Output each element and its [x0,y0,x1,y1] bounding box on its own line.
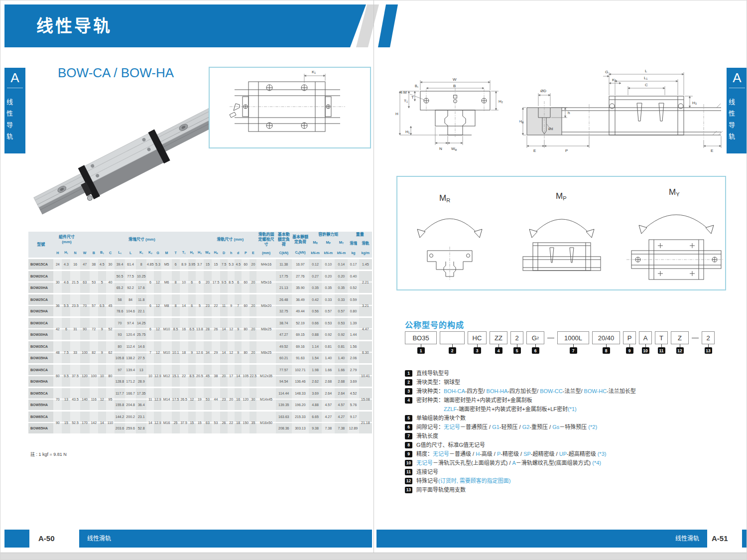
cell: 7 [235,294,242,317]
cell: 14.6 [136,341,146,353]
col-sub: H3 [196,248,204,259]
cell: 4.27 [335,411,348,423]
cell: 15 [196,411,204,434]
cell: 34 [204,341,212,364]
cell: 0.88 [309,329,322,341]
cell: 6 [146,294,154,317]
cell: 52.8 [136,422,146,434]
dim-4m: 4-M [400,90,407,95]
cell: 45 [106,294,115,317]
cell: 20 [249,259,256,271]
col-sub: K1 [136,248,146,259]
cell: 22 [180,364,188,388]
cell: 60 [53,364,62,388]
cell: 120.4 [125,329,136,341]
item-text: 滑块种类： [416,388,444,394]
item-text: -四方加长型/ [507,388,540,394]
cell: 12 [188,388,196,411]
item-number: 11 [405,469,412,475]
cell: 35.90 [292,282,309,294]
item-text: 直线导轨型号 [416,370,449,376]
item-number: 1 [405,370,412,377]
item-line: 密封种类：端面密封垫片+内装式密封+金属刮板 [416,397,532,404]
cell: 20 [249,294,256,317]
col-sub: WR [204,248,212,259]
col-sub: M [161,248,171,259]
col-sub: kN-m [309,248,322,259]
sidebar-tab-left: A 线性导轨 [4,68,25,153]
cell: M16 [161,411,171,434]
side-view-drawing: ØD h HR Ød E P G K₂ L [519,60,725,159]
cell: 16 [70,259,80,271]
cell: 4.88 [309,399,322,411]
code-unit: BO35 1 [405,331,437,354]
cell: 9 [235,317,242,341]
code-box: G2 [526,331,544,344]
cell: 22.1 [136,305,146,317]
cell: 52.5 [70,411,80,434]
col-sub: 滑塊 [348,238,359,248]
cell: 6 [188,294,196,317]
code-box: ZZ [490,331,507,344]
cell: 9 [228,294,235,317]
item-text: 特殊记号 [416,478,438,484]
cell: 2.79 [348,364,359,376]
list-item: 7滑轨长度 [405,433,738,440]
cell: 16.97 [292,259,309,271]
cell: 0.33 [335,294,348,306]
model-cell: BOW35HA [28,352,53,364]
cell: 12 [154,294,161,317]
cell: 102.71 [292,364,309,376]
cell: 6.30 [359,341,372,364]
cell: 5.5 [62,294,70,317]
cell: 3.69 [309,388,322,400]
list-item: 11连接记号 [405,469,738,476]
list-item: ZZLF-端面密封垫片+内装式密封+金属刮板+LF密封(*1) [405,406,738,413]
cell: 142 [90,411,98,434]
cell: 37.5 [70,364,80,388]
col-sub: W [80,248,90,259]
cell: 18 [180,341,188,364]
tab-vertical-label: 线性导轨 [4,92,14,151]
item-text: －特殊预压 [559,424,588,430]
cell: M12 [161,364,171,388]
cell: 38 [212,364,220,388]
col-sub: (mm) [256,248,275,259]
table-row: BOW20CA304.621.5635354050.577.510.25612M… [28,271,372,282]
cell: 45 [204,364,212,388]
cell: 140 [80,388,90,411]
col-sub: MR [309,238,322,248]
cell: 49.44 [292,305,309,317]
catalog-page: 线性导轨 A 线性导轨 A 线性导轨 BOW-CA / BOW-HA [0,0,747,560]
list-item: 5单轴组装的滑块个数 [405,415,738,422]
cell: 112.4 [125,341,136,353]
item-text: G2 [522,424,530,430]
cell: 7.38 [322,422,335,434]
cell: 0.92 [335,329,348,341]
code-connector [547,338,554,338]
cell: 0.40 [348,271,359,282]
cell: 7.5 [62,341,70,364]
cell: 0.53 [335,317,348,329]
cell: 19 [196,388,204,411]
cell: 12.9 [154,364,161,388]
model-cell: BOW55CA [28,388,53,400]
model-cell: BOW30CA [28,317,53,329]
list-item: 8G值的尺寸、标准G值无记号 [405,442,738,449]
cell: 14 [98,411,106,434]
item-number: 6 [405,424,412,430]
item-number: 9 [405,451,412,457]
col-moments: 容許靜力矩 [309,232,348,238]
cell: 20 [220,364,228,388]
cell: 1.45 [359,259,372,271]
cell: 17.75 [276,271,292,282]
cell: 6 [62,317,70,341]
list-item: 12特殊记号(订货时, 需要顾客的指定图面) [405,478,738,485]
cell: 0.57 [335,305,348,317]
code-unit: A 10 [639,331,652,354]
cell: 26 [212,317,220,341]
cell: 84 [125,294,136,306]
item-number: 2 [405,379,412,386]
page-title: 线性导轨 [4,4,366,47]
model-cell: BOW65HA [28,422,53,434]
